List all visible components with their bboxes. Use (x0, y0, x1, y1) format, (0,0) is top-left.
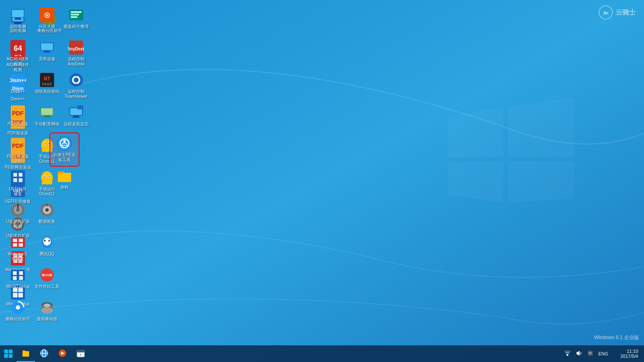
svg-point-88 (49, 176, 50, 177)
tray-network[interactable] (562, 349, 572, 358)
icon-dism[interactable]: Dism++ Dism++ (4, 70, 32, 102)
lang-text: ENG (598, 351, 608, 356)
rdp-svg (68, 104, 84, 121)
svg-rect-61 (19, 271, 23, 275)
svg-text:⊛: ⊛ (44, 10, 51, 20)
svg-rect-129 (9, 354, 12, 358)
svg-point-83 (49, 143, 50, 145)
pe-install-lbl: PE联网安装说明 (7, 154, 29, 164)
svg-rect-36 (14, 19, 22, 20)
svg-rect-107 (71, 14, 79, 15)
start-icon (4, 349, 13, 358)
media-icon (58, 349, 67, 358)
computer-svg-icon (10, 7, 26, 23)
svg-rect-35 (15, 18, 21, 19)
icon-folder-data[interactable]: 资料 (50, 166, 79, 198)
win-repair-lbl: Widrows引导修复 (8, 252, 28, 262)
svg-text:中: 中 (589, 352, 592, 355)
yunqishi-pe-lbl: 云骑士PE安装工具 (53, 152, 75, 162)
icon-usb[interactable]: U盘里片扩容检测 (4, 200, 32, 232)
icon-virtual-drive[interactable]: 虚拟驱动器 (33, 297, 61, 330)
icon-rdp[interactable]: 远程桌面监控 (62, 102, 90, 135)
svg-rect-143 (565, 352, 570, 353)
network-config-svg (39, 104, 55, 121)
svg-point-98 (47, 245, 51, 247)
svg-point-87 (45, 176, 46, 177)
taskbar-media[interactable] (53, 345, 72, 362)
usb-lbl: U盘里片扩容检测 (6, 219, 30, 229)
icon-network-config[interactable]: 手动配置网络 (33, 102, 61, 135)
icon-broadband[interactable]: 宽带连接 (33, 37, 61, 70)
taskbar-calendar[interactable]: 4 (72, 345, 90, 362)
icon-qq[interactable]: 腾讯QQ (33, 232, 61, 265)
svg-point-97 (43, 245, 47, 247)
svg-text:PASS: PASS (42, 82, 52, 86)
svg-rect-115 (75, 84, 77, 87)
svg-rect-130 (22, 351, 29, 357)
defrag-svg (68, 7, 84, 23)
icon-clear-pwd[interactable]: NT PASS 清除系统密码 (33, 70, 61, 102)
svg-rect-144 (565, 351, 570, 352)
svg-rect-119 (72, 117, 80, 118)
svg-marker-145 (577, 351, 580, 356)
tray-ime[interactable]: 中 (586, 350, 595, 358)
icon-pe-install[interactable]: PDF PE联网安装说明 (4, 135, 32, 167)
icon-teamviewer[interactable]: 远程控制TeamViewer (62, 70, 90, 102)
uefi-svg (10, 169, 26, 186)
win-version-text: Windows 8.1 企业版 (594, 335, 639, 340)
icon-yunqishi-pe[interactable]: 云骑士PE安装工具 (50, 133, 79, 166)
winntsetup-svg (10, 267, 26, 283)
dism-lbl: Dism++ (11, 89, 25, 94)
icon-partition-master[interactable]: ⊛ 分区大师 (33, 5, 61, 37)
svg-rect-49 (19, 178, 22, 182)
tray-volume[interactable] (574, 349, 584, 358)
icon-defrag[interactable]: 硬盘碎片整理 (62, 5, 90, 37)
svg-rect-120 (77, 105, 83, 110)
svg-point-65 (16, 305, 20, 310)
icon-pdf[interactable]: PDF PDF阅读器 (4, 102, 32, 135)
svg-rect-108 (71, 16, 77, 18)
svg-rect-55 (13, 239, 17, 242)
icon-data-recovery[interactable]: 数据恢复 (33, 200, 61, 232)
clear-pwd-lbl: 清除系统密码 (35, 89, 59, 94)
svg-rect-70 (44, 51, 50, 52)
tray-lang[interactable]: ENG (597, 350, 610, 357)
svg-rect-114 (75, 73, 77, 76)
svg-rect-106 (71, 11, 82, 13)
qq-lbl: 腾讯QQ (40, 252, 54, 257)
svg-rect-58 (19, 243, 23, 247)
file-compare-svg: ⟺ (39, 267, 55, 283)
desktop-precise: 远吃电脑 64 AIDA64硬件检测 Dism++ Dism++ PDF (0, 0, 644, 345)
svg-rect-92 (47, 204, 47, 206)
icon-winntsetup[interactable]: WinNTSetup (4, 265, 32, 297)
dism-svg: Dism++ (10, 72, 26, 88)
svg-rect-69 (41, 43, 53, 50)
svg-rect-63 (19, 276, 23, 280)
svg-point-53 (16, 208, 20, 212)
svg-rect-76 (41, 108, 53, 115)
win-repair-svg (10, 234, 26, 251)
icon-win-repair[interactable]: Widrows引导修复 (4, 232, 32, 265)
icon-aida64[interactable]: 64 AIDA64硬件检测 (4, 37, 32, 70)
clock[interactable]: 11:10 2017/5/4 (612, 349, 641, 359)
yunqishi-logo-icon: 🏍 (598, 5, 613, 20)
aida64-svg: 64 (10, 39, 26, 56)
svg-text:AnyDesk: AnyDesk (68, 47, 84, 51)
taskbar-explorer[interactable] (17, 345, 35, 362)
clear-pwd-svg: NT PASS (39, 72, 55, 88)
svg-rect-140 (82, 350, 83, 351)
start-button[interactable] (0, 345, 17, 362)
virtual-drive-svg (39, 299, 55, 316)
icon-file-compare[interactable]: ⟺ 文件对比工具 (33, 265, 61, 297)
usb-svg (10, 202, 26, 218)
yunqishi-pe-svg (56, 135, 73, 152)
icon-uefi[interactable]: UEFI引导修复 (4, 167, 32, 200)
taskbar-ie[interactable] (35, 345, 53, 362)
pdf-lbl: PDF阅读器 (7, 122, 28, 127)
icon-anydesk[interactable]: AnyDesk 远程控制AnyDesk (62, 37, 90, 70)
ime-icon: 中 (587, 350, 593, 356)
volume-tray-icon (576, 350, 582, 357)
icon-computer[interactable]: 远吃电脑 (4, 5, 32, 37)
pdf-svg: PDF (10, 104, 26, 121)
icon-partition-helper[interactable]: 澳梅分区助手 (4, 297, 32, 330)
